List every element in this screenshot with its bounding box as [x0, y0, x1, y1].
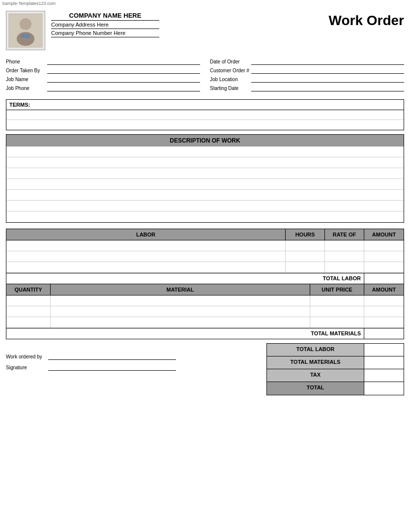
terms-section: TERMS: [6, 99, 404, 130]
labor-r2-c2[interactable] [286, 251, 325, 262]
material-r2-c4[interactable] [364, 306, 404, 317]
material-r2-c2[interactable] [51, 306, 310, 317]
signature-row: Signature [6, 364, 257, 371]
material-data-row-2[interactable] [6, 306, 404, 317]
desc-row-1[interactable] [6, 147, 404, 157]
labor-r3-c2[interactable] [286, 262, 325, 272]
material-data-row-1[interactable] [6, 296, 404, 306]
order-taken-by-input[interactable] [47, 67, 200, 74]
job-location-row: Job Location [210, 76, 404, 83]
total-materials-summary-value[interactable] [364, 356, 404, 369]
job-phone-input[interactable] [47, 85, 200, 91]
labor-col2-header: HOURS [286, 229, 325, 240]
labor-total-row: TOTAL LABOR [6, 273, 404, 284]
customer-order-row: Customer Order # [210, 67, 404, 74]
desc-row-6[interactable] [6, 201, 404, 211]
phone-label: Phone [6, 59, 45, 64]
tax-value[interactable] [364, 369, 404, 382]
desc-row-2[interactable] [6, 157, 404, 168]
material-r3-c4[interactable] [364, 317, 404, 327]
labor-r1-c4[interactable] [364, 240, 404, 251]
starting-date-row: Starting Date [210, 85, 404, 91]
grand-total-value[interactable] [364, 382, 404, 395]
job-name-row: Job Name [6, 76, 200, 83]
date-of-order-label: Date of Order [210, 59, 249, 64]
material-r3-c1[interactable] [6, 317, 51, 327]
tax-row: TAX [267, 369, 404, 382]
desc-row-5[interactable] [6, 190, 404, 201]
totals-table: TOTAL LABOR TOTAL MATERIALS TAX TOTAL [266, 343, 404, 395]
labor-r1-c1[interactable] [6, 240, 286, 251]
labor-col3-header: RATE OF [325, 229, 364, 240]
desc-row-3[interactable] [6, 168, 404, 179]
company-info: COMPANY NAME HERE Company Address Here C… [51, 11, 159, 37]
svg-point-1 [20, 18, 31, 30]
order-taken-by-label: Order Taken By [6, 68, 45, 73]
job-location-input[interactable] [251, 76, 404, 83]
description-header: DESCRIPTION OF WORK [6, 135, 404, 147]
labor-data-row-1[interactable] [6, 240, 404, 251]
labor-r3-c3[interactable] [325, 262, 364, 272]
phone-input[interactable] [47, 58, 200, 65]
description-section: DESCRIPTION OF WORK [6, 134, 404, 223]
labor-total-value[interactable] [364, 273, 404, 284]
desc-row-4[interactable] [6, 179, 404, 190]
material-r3-c3[interactable] [310, 317, 364, 327]
labor-data-row-2[interactable] [6, 251, 404, 262]
terms-row-1[interactable] [6, 110, 404, 120]
total-materials-summary-row: TOTAL MATERIALS [267, 356, 404, 369]
total-labor-summary-row: TOTAL LABOR [267, 344, 404, 356]
labor-r3-c1[interactable] [6, 262, 286, 272]
date-of-order-input[interactable] [251, 58, 404, 65]
job-phone-label: Job Phone [6, 86, 45, 91]
job-name-label: Job Name [6, 77, 45, 82]
material-data-row-3[interactable] [6, 317, 404, 328]
labor-data-row-3[interactable] [6, 262, 404, 273]
grand-total-row: TOTAL [267, 382, 404, 395]
job-name-input[interactable] [47, 76, 200, 83]
labor-r2-c3[interactable] [325, 251, 364, 262]
material-col2-header: MATERIAL [51, 284, 310, 295]
header-left: COMPANY NAME HERE Company Address Here C… [6, 11, 328, 50]
material-r2-c1[interactable] [6, 306, 51, 317]
work-ordered-by-input[interactable] [48, 353, 176, 360]
signature-input[interactable] [48, 364, 176, 371]
company-name: COMPANY NAME HERE [51, 12, 159, 21]
material-r1-c4[interactable] [364, 296, 404, 306]
total-materials-summary-label: TOTAL MATERIALS [267, 356, 364, 369]
material-col4-header: AMOUNT [364, 284, 404, 295]
material-r1-c1[interactable] [6, 296, 51, 306]
terms-row-2[interactable] [6, 120, 404, 130]
labor-col1-header: LABOR [6, 229, 286, 240]
job-phone-row: Job Phone [6, 85, 200, 91]
starting-date-label: Starting Date [210, 86, 249, 91]
desc-row-7[interactable] [6, 211, 404, 222]
terms-header: TERMS: [6, 100, 404, 110]
material-header: QUANTITY MATERIAL UNIT PRICE AMOUNT [6, 284, 404, 296]
labor-r3-c4[interactable] [364, 262, 404, 272]
work-ordered-by-label: Work ordered by [6, 354, 45, 359]
labor-r2-c1[interactable] [6, 251, 286, 262]
material-r2-c3[interactable] [310, 306, 364, 317]
labor-r2-c4[interactable] [364, 251, 404, 262]
company-phone: Company Phone Number Here [51, 30, 159, 37]
signature-section: Work ordered by Signature [6, 343, 266, 375]
watermark: Sample-Templates123.com [0, 0, 410, 7]
labor-col4-header: AMOUNT [364, 229, 404, 240]
summary-section: Work ordered by Signature TOTAL LABOR TO… [6, 343, 404, 395]
material-total-row: TOTAL MATERIALS [6, 328, 404, 339]
material-r3-c2[interactable] [51, 317, 310, 327]
material-r1-c2[interactable] [51, 296, 310, 306]
material-total-value[interactable] [364, 328, 404, 339]
customer-order-input[interactable] [251, 67, 404, 74]
material-r1-c3[interactable] [310, 296, 364, 306]
date-of-order-row: Date of Order [210, 58, 404, 65]
labor-r1-c3[interactable] [325, 240, 364, 251]
customer-order-label: Customer Order # [210, 68, 249, 73]
work-order-title: Work Order [328, 13, 404, 29]
starting-date-input[interactable] [251, 85, 404, 91]
labor-r1-c2[interactable] [286, 240, 325, 251]
job-location-label: Job Location [210, 77, 249, 82]
total-labor-summary-value[interactable] [364, 344, 404, 356]
order-taken-by-row: Order Taken By [6, 67, 200, 74]
